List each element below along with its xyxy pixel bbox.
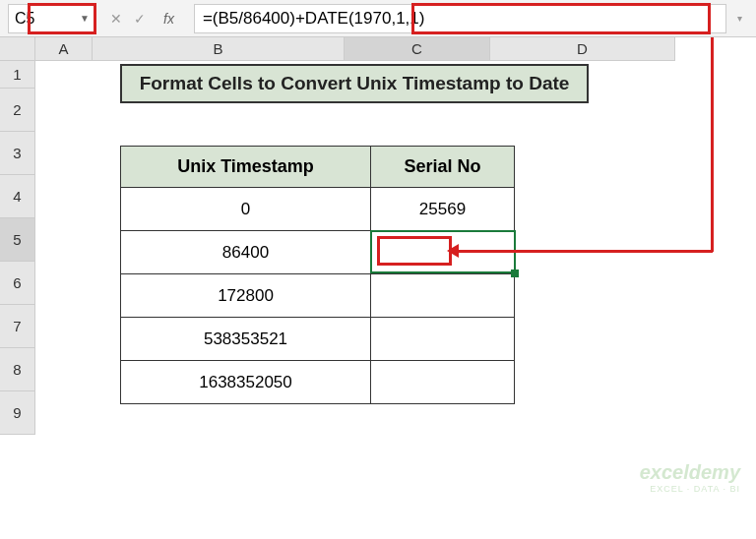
watermark-tagline: EXCEL · DATA · BI	[640, 484, 740, 494]
column-header-B[interactable]: B	[93, 37, 345, 61]
table-row: 172800	[121, 274, 515, 318]
cell-timestamp[interactable]: 538353521	[121, 318, 371, 361]
row-header-9[interactable]: 9	[0, 391, 35, 435]
cell-timestamp[interactable]: 1638352050	[121, 361, 371, 404]
formula-input[interactable]: =(B5/86400)+DATE(1970,1,1)	[194, 4, 726, 33]
fx-icon[interactable]: fx	[158, 11, 180, 27]
row-header-8[interactable]: 8	[0, 348, 35, 391]
table-header-row: Unix Timestamp Serial No	[121, 147, 515, 188]
chevron-down-icon[interactable]: ▼	[80, 13, 90, 24]
row-headers: 1 2 3 4 5 6 7 8 9	[0, 61, 35, 435]
cell-reference: C5	[15, 10, 34, 28]
formula-bar-buttons: ✕ ✓ fx	[100, 11, 190, 27]
cell-serial[interactable]	[371, 231, 515, 274]
select-all-corner[interactable]	[0, 37, 35, 61]
row-header-7[interactable]: 7	[0, 305, 35, 348]
enter-icon[interactable]: ✓	[134, 11, 146, 27]
column-header-A[interactable]: A	[35, 37, 93, 61]
annotation-arrow-vertical	[711, 37, 714, 252]
row-header-1[interactable]: 1	[0, 61, 35, 89]
column-header-C[interactable]: C	[345, 37, 490, 61]
cell-serial[interactable]	[371, 274, 515, 318]
table-row: 1638352050	[121, 361, 515, 404]
formula-bar: C5 ▼ ✕ ✓ fx =(B5/86400)+DATE(1970,1,1) ▾	[0, 0, 756, 37]
header-serial[interactable]: Serial No	[371, 147, 515, 188]
row-header-5[interactable]: 5	[0, 218, 35, 262]
table-row: 0 25569	[121, 188, 515, 231]
row-header-2[interactable]: 2	[0, 89, 35, 132]
cell-timestamp[interactable]: 86400	[121, 231, 371, 274]
data-table: Unix Timestamp Serial No 0 25569 86400 1…	[120, 146, 515, 404]
row-header-3[interactable]: 3	[0, 132, 35, 175]
page-title: Format Cells to Convert Unix Timestamp t…	[120, 64, 589, 103]
expand-formula-icon[interactable]: ▾	[730, 13, 748, 24]
table-row: 538353521	[121, 318, 515, 361]
column-header-D[interactable]: D	[490, 37, 675, 61]
cell-serial[interactable]	[371, 318, 515, 361]
name-box[interactable]: C5 ▼	[8, 4, 96, 33]
cancel-icon[interactable]: ✕	[110, 11, 122, 27]
cell-timestamp[interactable]: 0	[121, 188, 371, 231]
cell-timestamp[interactable]: 172800	[121, 274, 371, 318]
column-headers: A B C D	[35, 37, 675, 61]
watermark: exceldemy EXCEL · DATA · BI	[640, 461, 740, 494]
formula-text: =(B5/86400)+DATE(1970,1,1)	[203, 9, 425, 29]
header-timestamp[interactable]: Unix Timestamp	[121, 147, 371, 188]
cell-serial[interactable]	[371, 361, 515, 404]
row-header-4[interactable]: 4	[0, 175, 35, 218]
watermark-brand: exceldemy	[640, 461, 740, 484]
table-row: 86400	[121, 231, 515, 274]
row-header-6[interactable]: 6	[0, 262, 35, 305]
cell-serial[interactable]: 25569	[371, 188, 515, 231]
